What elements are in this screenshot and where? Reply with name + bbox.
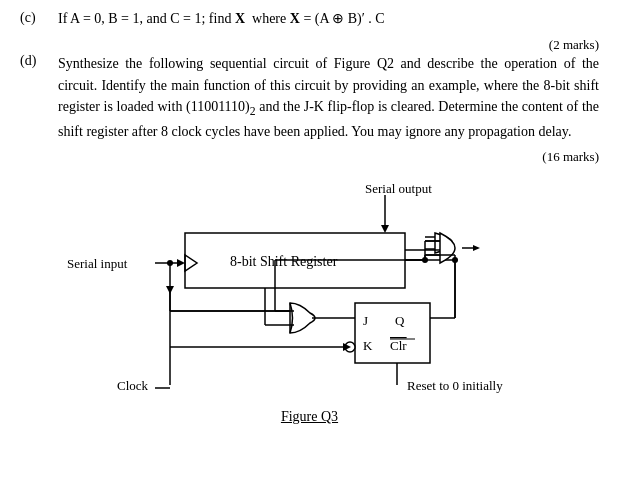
reset-label: Reset to 0 initially	[407, 378, 503, 393]
question-d-text: Synthesize the following sequential circ…	[58, 53, 599, 143]
q-label: Q	[395, 313, 405, 328]
shift-register-label: 8-bit Shift Register	[230, 254, 338, 269]
k-label: K	[363, 338, 373, 353]
jk-flipflop-box	[355, 303, 430, 363]
or-gate-bottom	[275, 303, 328, 333]
clr-label: Clr	[390, 338, 407, 353]
svg-marker-11	[473, 245, 480, 251]
svg-marker-3	[177, 259, 185, 267]
figure-label: Figure Q3	[20, 409, 599, 425]
svg-marker-1	[381, 225, 389, 233]
question-d-label: (d)	[20, 53, 48, 143]
serial-output-label: Serial output	[365, 181, 432, 196]
question-d-content: Synthesize the following sequential circ…	[58, 53, 599, 143]
clock-label: Clock	[117, 378, 149, 393]
question-c-marks: (2 marks)	[20, 37, 599, 53]
circuit-svg: Serial output 8-bit Shift Register Seria…	[65, 175, 555, 405]
circuit-diagram: Serial output 8-bit Shift Register Seria…	[65, 175, 555, 405]
x-variable-1: X	[235, 11, 245, 26]
svg-point-44	[167, 260, 173, 266]
question-c: (c) If A = 0, B = 1, and C = 1; find X w…	[20, 10, 599, 27]
question-d: (d) Synthesize the following sequential …	[20, 53, 599, 143]
question-d-marks: (16 marks)	[20, 149, 599, 165]
serial-input-label: Serial input	[67, 256, 128, 271]
question-c-text: If A = 0, B = 1, and C = 1; find X where…	[58, 10, 589, 27]
figure-label-text: Figure Q3	[281, 409, 338, 424]
x-variable-2: X	[290, 11, 300, 26]
question-c-label: (c)	[20, 10, 48, 27]
j-label: J	[363, 313, 368, 328]
